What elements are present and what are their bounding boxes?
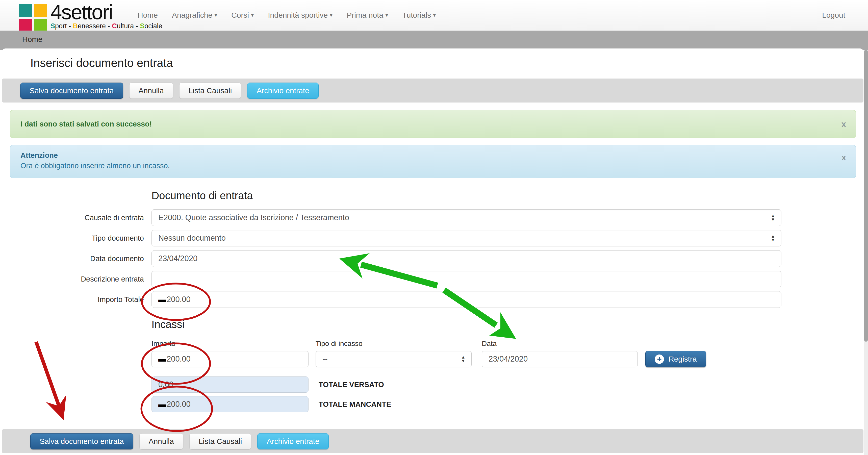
importo-totale-label: Importo Totale [2, 291, 152, 308]
lista-causali-button[interactable]: Lista Causali [179, 83, 241, 99]
incasso-importo-label: Importo [152, 340, 316, 348]
totale-versato-row: 0.00 TOTALE VERSATO [152, 376, 864, 393]
tagline-letter: C [112, 22, 117, 30]
caret-down-icon: ▾ [330, 12, 333, 19]
logout-link[interactable]: Logout [822, 0, 845, 30]
nav-label: Indennità sportive [268, 11, 328, 20]
totale-versato-value: 0.00 [158, 380, 174, 389]
tagline-text: ultura - [117, 22, 140, 30]
form-row-descrizione: Descrizione entrata [2, 271, 864, 287]
incasso-tipo-select[interactable]: -- ▲▼ [316, 351, 472, 367]
causale-label: Causale di entrata [2, 209, 152, 226]
tipo-documento-select[interactable]: Nessun documento ▲▼ [152, 230, 781, 246]
tagline-text: enessere - [78, 22, 112, 30]
tagline-text: port - [55, 22, 73, 30]
causale-select[interactable]: E2000. Quote associative da Iscrizione /… [152, 209, 781, 226]
tagline-letter: S [51, 22, 55, 30]
totale-versato-label: TOTALE VERSATO [319, 381, 384, 389]
top-navbar: 4settori Sport - Benessere - Cultura - S… [0, 0, 868, 30]
nav-label: Prima nota [347, 11, 383, 20]
tipo-documento-label: Tipo documento [2, 230, 152, 246]
incasso-importo-value: 200.00 [167, 355, 191, 364]
black-bar-glyph: ▬ [158, 355, 166, 364]
incasso-data-label: Data [482, 340, 645, 348]
registra-button[interactable]: + Registra [645, 351, 706, 367]
incasso-data-input[interactable]: 23/04/2020 [482, 351, 638, 367]
content-panel: Inserisci documento entrata Salva docume… [2, 49, 864, 455]
caret-down-icon: ▾ [214, 12, 217, 19]
nav-item-corsi[interactable]: Corsi▾ [231, 11, 254, 20]
select-arrows-icon: ▲▼ [461, 355, 465, 363]
importo-totale-input[interactable]: ▬200.00 [152, 291, 781, 308]
info-alert-text: Ora è obbligatorio inserire almeno un in… [21, 161, 856, 170]
totale-mancante-value: 200.00 [167, 400, 191, 409]
scrollbar-thumb[interactable] [864, 50, 868, 342]
info-alert-title: Attenzione [21, 151, 856, 159]
top-toolbar: Salva documento entrata Annulla Lista Ca… [2, 79, 864, 102]
totale-versato-field: 0.00 [152, 376, 309, 393]
black-bar-glyph: ▬ [158, 295, 166, 304]
archivio-entrate-button[interactable]: Archivio entrate [247, 83, 318, 99]
save-button-bottom[interactable]: Salva documento entrata [30, 433, 133, 450]
incassi-column-labels: Importo Tipo di incasso Data [152, 340, 864, 348]
caret-down-icon: ▾ [385, 12, 388, 19]
tagline-letter: B [73, 22, 78, 30]
red-square-icon [19, 19, 32, 32]
nav-item-home[interactable]: Home [137, 11, 158, 20]
data-documento-label: Data documento [2, 250, 152, 267]
vertical-scrollbar [864, 50, 868, 455]
incassi-controls: ▬200.00 -- ▲▼ 23/04/2020 + Registra [152, 351, 864, 367]
archivio-entrate-button-bottom[interactable]: Archivio entrate [257, 433, 329, 450]
nav-label: Anagrafiche [172, 11, 212, 20]
caret-down-icon: ▾ [433, 12, 436, 19]
incasso-data-value: 23/04/2020 [489, 355, 528, 364]
form-row-causale: Causale di entrata E2000. Quote associat… [2, 209, 864, 226]
data-documento-value: 23/04/2020 [158, 254, 197, 263]
brand-squares-icon [19, 4, 47, 32]
lista-causali-button-bottom[interactable]: Lista Causali [189, 433, 251, 450]
nav-label: Corsi [231, 11, 249, 20]
section-heading-documento: Documento di entrata [152, 190, 864, 202]
nav-item-tutorials[interactable]: Tutorials▾ [402, 11, 436, 20]
document-form: Causale di entrata E2000. Quote associat… [2, 209, 864, 308]
arrow-down-icon: ▼ [771, 218, 775, 221]
page-title: Inserisci documento entrata [30, 56, 864, 70]
incasso-tipo-label: Tipo di incasso [316, 340, 482, 348]
save-button[interactable]: Salva documento entrata [20, 83, 123, 99]
plus-icon: + [655, 355, 664, 364]
totale-mancante-field: ▬200.00 [152, 396, 309, 412]
nav-item-anagrafiche[interactable]: Anagrafiche▾ [172, 11, 217, 20]
info-alert: Attenzione Ora è obbligatorio inserire a… [10, 145, 856, 178]
incasso-importo-input[interactable]: ▬200.00 [152, 351, 309, 367]
success-alert: I dati sono stati salvati con successo! … [10, 110, 856, 138]
form-row-data-documento: Data documento 23/04/2020 [2, 250, 864, 267]
breadcrumb[interactable]: Home [22, 35, 42, 44]
bottom-toolbar: Salva documento entrata Annulla Lista Ca… [2, 429, 864, 453]
breadcrumb-bar: Home [0, 31, 868, 50]
arrow-down-icon: ▼ [771, 238, 775, 242]
registra-label: Registra [669, 355, 697, 363]
nav-label: Home [137, 11, 158, 20]
teal-square-icon [19, 4, 32, 17]
green-square-icon [34, 19, 47, 32]
nav-item-indennita-sportive[interactable]: Indennità sportive▾ [268, 11, 333, 20]
form-row-tipo-documento: Tipo documento Nessun documento ▲▼ [2, 230, 864, 246]
form-row-importo-totale: Importo Totale ▬200.00 [2, 291, 864, 308]
nav-item-prima-nota[interactable]: Prima nota▾ [347, 11, 388, 20]
data-documento-input[interactable]: 23/04/2020 [152, 250, 781, 267]
cancel-button-bottom[interactable]: Annulla [140, 433, 183, 450]
success-alert-text: I dati sono stati salvati con successo! [21, 120, 152, 128]
incasso-tipo-value: -- [322, 355, 328, 364]
caret-down-icon: ▾ [251, 12, 254, 19]
select-arrows-icon: ▲▼ [771, 214, 775, 221]
arrow-down-icon: ▼ [461, 359, 465, 363]
cancel-button[interactable]: Annulla [129, 83, 173, 99]
nav-label: Tutorials [402, 11, 431, 20]
select-arrows-icon: ▲▼ [771, 234, 775, 242]
causale-value: E2000. Quote associative da Iscrizione /… [158, 213, 349, 222]
descrizione-input[interactable] [152, 271, 781, 287]
importo-totale-value: 200.00 [167, 295, 191, 304]
close-icon[interactable]: x [841, 120, 846, 128]
descrizione-label: Descrizione entrata [2, 271, 152, 287]
close-icon[interactable]: x [841, 153, 846, 161]
